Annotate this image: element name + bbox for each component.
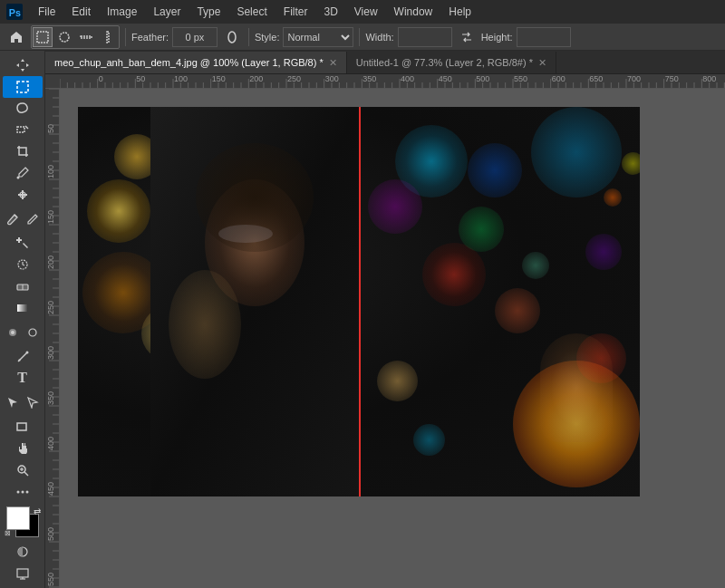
single-col-marquee-btn[interactable] [98, 27, 118, 47]
svg-point-3 [60, 33, 69, 42]
separator2 [248, 28, 249, 46]
canvas-image [78, 107, 640, 496]
tool-pen[interactable] [3, 346, 43, 368]
tool-blur-pair [3, 319, 43, 346]
tool-pencil[interactable] [23, 206, 43, 233]
swap-colors-icon[interactable]: ⇄ [34, 506, 41, 516]
tool-lasso[interactable] [3, 98, 43, 120]
svg-rect-4 [81, 36, 92, 38]
svg-rect-2 [37, 32, 48, 43]
tab-2[interactable]: Untitled-1 @ 77.3% (Layer 2, RGB/8#) * ✕ [347, 52, 556, 73]
app-icon: Ps [4, 1, 25, 23]
tool-quick-select[interactable] [3, 119, 43, 140]
svg-point-18 [11, 331, 14, 334]
swap-width-height-icon[interactable] [456, 26, 478, 48]
left-ruler-viewport [45, 89, 725, 588]
tool-clone[interactable] [3, 233, 43, 255]
svg-rect-30 [17, 569, 28, 577]
tool-shape[interactable] [3, 416, 43, 438]
menu-window[interactable]: Window [387, 4, 440, 20]
tool-path-select[interactable] [3, 389, 23, 416]
menu-edit[interactable]: Edit [64, 4, 98, 20]
tool-move[interactable] [3, 54, 43, 76]
svg-point-26 [16, 490, 19, 493]
rect-marquee-btn[interactable] [33, 27, 53, 47]
tab-1-close[interactable]: ✕ [329, 58, 337, 68]
tool-direct-select[interactable] [23, 389, 43, 416]
red-divider-line [359, 107, 361, 496]
menu-help[interactable]: Help [441, 4, 478, 20]
menu-image[interactable]: Image [100, 4, 144, 20]
tab-bar: meo_chup_anh_ban_dem_4.jpg @ 100% (Layer… [45, 51, 725, 74]
fg-bg-colors: ⇄ ⊠ [3, 506, 43, 538]
tool-screen-mode[interactable] [3, 563, 43, 584]
ellipse-marquee-btn[interactable] [54, 27, 74, 47]
svg-point-28 [25, 490, 28, 493]
canvas-frame[interactable] [78, 107, 640, 496]
tool-dodge[interactable] [23, 319, 43, 346]
menu-layer[interactable]: Layer [146, 4, 188, 20]
menu-view[interactable]: View [347, 4, 385, 20]
tool-zoom[interactable] [3, 459, 43, 481]
vertical-ruler [45, 89, 60, 588]
menu-select[interactable]: Select [229, 4, 274, 20]
svg-line-23 [24, 472, 28, 476]
tool-eraser[interactable] [3, 275, 43, 297]
menu-3d[interactable]: 3D [316, 4, 344, 20]
height-input[interactable] [517, 27, 571, 47]
svg-rect-8 [17, 127, 24, 132]
svg-point-19 [29, 329, 36, 336]
single-row-marquee-btn[interactable] [76, 27, 96, 47]
feather-label: Feather: [131, 32, 169, 43]
tab-2-label: Untitled-1 @ 77.3% (Layer 2, RGB/8#) * [356, 57, 533, 68]
horizontal-ruler [60, 74, 725, 88]
tool-crop[interactable] [3, 140, 43, 162]
tab-1[interactable]: meo_chup_anh_ban_dem_4.jpg @ 100% (Layer… [45, 52, 347, 73]
style-select[interactable]: Normal Fixed Ratio Fixed Size [283, 27, 353, 47]
tool-hand[interactable] [3, 438, 43, 459]
tool-brush[interactable] [3, 206, 23, 233]
menu-file[interactable]: File [31, 4, 63, 20]
tool-brush-pair [3, 206, 43, 233]
anti-alias-icon[interactable] [221, 26, 243, 48]
menu-filter[interactable]: Filter [276, 4, 315, 20]
canvas-viewport[interactable] [60, 89, 725, 588]
svg-rect-7 [17, 82, 28, 92]
svg-line-9 [25, 126, 28, 129]
tool-text[interactable]: T [3, 368, 43, 390]
toolbar: T [0, 51, 45, 588]
tool-marquee[interactable] [3, 76, 43, 98]
svg-rect-5 [107, 32, 109, 43]
style-label: Style: [255, 32, 280, 43]
menu-bar: Ps File Edit Image Layer Type Select Fil… [0, 0, 725, 24]
height-label: Height: [481, 32, 513, 43]
tool-healing[interactable] [3, 184, 43, 206]
options-bar: Feather: Style: Normal Fixed Ratio Fixed… [0, 24, 725, 51]
svg-point-20 [25, 351, 28, 353]
home-icon[interactable] [5, 26, 27, 48]
tool-eyedropper[interactable] [3, 162, 43, 184]
fg-color-swatch[interactable] [6, 506, 30, 530]
tab-2-close[interactable]: ✕ [538, 58, 546, 68]
menu-type[interactable]: Type [189, 4, 227, 20]
tool-path-pair [3, 389, 43, 416]
tool-quick-mask[interactable] [3, 541, 43, 563]
separator1 [125, 28, 126, 46]
svg-rect-21 [17, 423, 26, 430]
top-ruler [45, 74, 725, 89]
svg-point-10 [16, 176, 19, 178]
svg-text:Ps: Ps [9, 7, 21, 18]
width-input[interactable] [398, 27, 452, 47]
reset-colors-icon[interactable]: ⊠ [5, 529, 11, 537]
tool-gradient[interactable] [3, 297, 43, 319]
canvas-area: meo_chup_anh_ban_dem_4.jpg @ 100% (Layer… [45, 51, 725, 588]
svg-point-6 [228, 32, 236, 43]
vertical-ruler-canvas [45, 89, 60, 588]
tool-more[interactable] [3, 481, 43, 503]
tool-blur[interactable] [3, 319, 23, 346]
tool-history[interactable] [3, 254, 43, 275]
feather-input[interactable] [172, 27, 218, 47]
width-label: Width: [365, 32, 393, 43]
tab-1-label: meo_chup_anh_ban_dem_4.jpg @ 100% (Layer… [54, 57, 324, 68]
workspace: T [0, 51, 725, 588]
